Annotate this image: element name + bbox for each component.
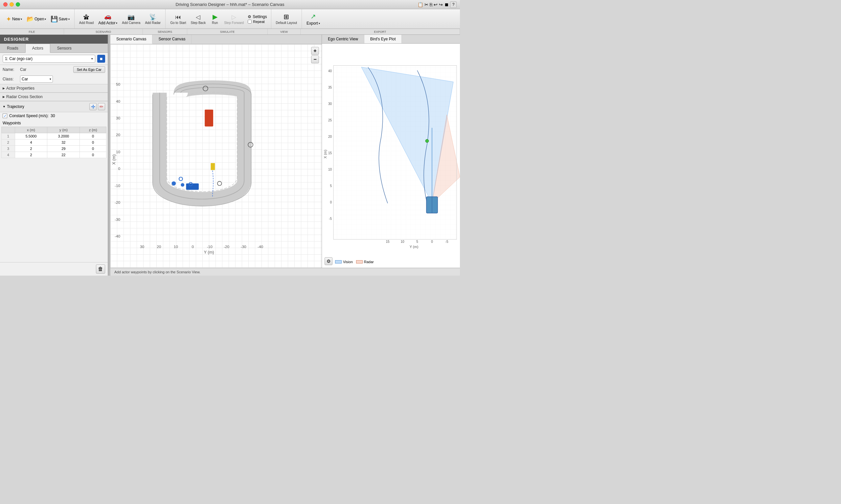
minimize-button[interactable] [10, 2, 14, 6]
traffic-lights[interactable] [3, 2, 20, 6]
svg-point-23 [181, 183, 184, 187]
svg-text:-10: -10 [115, 183, 120, 188]
waypoint-row-num: 3 [2, 146, 15, 152]
tab-birds-eye-plot[interactable]: Bird's Eye Plot [364, 35, 402, 43]
toolbar-icon-4[interactable]: ↩ [434, 2, 437, 7]
step-back-button[interactable]: Step Back [189, 12, 208, 26]
open-button[interactable]: Open ▾ [24, 15, 48, 23]
constant-speed-checkbox[interactable]: ✓ [3, 113, 7, 118]
waypoint-x[interactable]: 5.5000 [15, 133, 47, 140]
add-actor-button[interactable]: Add Actor ▾ [96, 12, 119, 25]
save-icon [51, 15, 58, 23]
file-group: New ▾ Open ▾ Save ▾ [1, 9, 74, 29]
waypoint-z[interactable]: 0 [80, 146, 106, 152]
class-row: Class: Car ▾ [0, 74, 108, 84]
right-side: Scenario Canvas Sensor Canvas + − [110, 35, 460, 276]
waypoint-y[interactable]: 3.2000 [47, 133, 80, 140]
svg-text:0: 0 [431, 240, 433, 244]
waypoint-x[interactable]: 2 [15, 152, 47, 158]
waypoint-y[interactable]: 22 [47, 152, 80, 158]
waypoint-z[interactable]: 0 [80, 133, 106, 140]
save-button[interactable]: Save ▾ [49, 15, 71, 23]
radar-triangle: ▶ [3, 95, 5, 98]
toolbar-icon-6[interactable]: ⏹ [444, 2, 449, 7]
settings-icon: ⚙ [248, 15, 251, 19]
tab-sensors[interactable]: Sensors [50, 43, 79, 53]
tab-ego-centric[interactable]: Ego Centric View [322, 35, 364, 43]
layout-icon [284, 13, 289, 20]
export-icon [310, 13, 316, 20]
svg-text:-20: -20 [115, 200, 120, 204]
waypoint-z[interactable]: 0 [80, 140, 106, 146]
toolbar-icon-3[interactable]: ⎘ [430, 2, 432, 7]
add-camera-button[interactable]: Add Camera [120, 12, 142, 26]
waypoint-row-num: 2 [2, 140, 15, 146]
scenario-label: SCENARIO [64, 29, 143, 34]
repeat-row[interactable]: Repeat [248, 20, 267, 24]
col-header-y: y (m) [47, 127, 80, 133]
tab-roads[interactable]: Roads [0, 43, 25, 53]
actor-dropdown[interactable]: 1: Car (ego car) ▾ [3, 55, 95, 63]
stepback-icon [196, 13, 201, 20]
run-button[interactable]: Run [208, 12, 221, 26]
svg-text:25: 25 [328, 119, 332, 122]
scenario-group: Add Road Add Actor ▾ Add Camera Add Rada… [74, 9, 166, 29]
actor-color-btn[interactable]: ■ [97, 55, 105, 63]
run-icon [212, 13, 218, 20]
waypoint-row-2[interactable]: 2 4 32 0 [2, 140, 106, 146]
step-forward-button[interactable]: Step Forward [222, 12, 246, 26]
waypoint-x[interactable]: 4 [15, 140, 47, 146]
toolbar-icon-2[interactable]: ✂ [425, 2, 428, 7]
svg-text:0: 0 [330, 200, 332, 204]
name-row: Name: Car Set As Ego Car [0, 65, 108, 74]
class-dropdown[interactable]: Car ▾ [20, 75, 53, 83]
radar-cross-section[interactable]: ▶ Radar Cross Section [0, 92, 108, 101]
svg-text:15: 15 [328, 151, 332, 155]
col-header-row [2, 127, 15, 133]
tab-scenario-canvas[interactable]: Scenario Canvas [110, 35, 152, 44]
radar-color [356, 260, 363, 264]
waypoint-x[interactable]: 2 [15, 146, 47, 152]
add-waypoint-button[interactable]: ✛ [89, 103, 97, 110]
goto-icon [175, 13, 181, 20]
tab-sensor-canvas[interactable]: Sensor Canvas [152, 35, 191, 44]
set-ego-car-button[interactable]: Set As Ego Car [73, 66, 105, 73]
close-button[interactable] [3, 2, 7, 6]
add-road-button[interactable]: Add Road [77, 12, 96, 26]
export-button[interactable]: Export ▾ [305, 12, 322, 26]
repeat-checkbox[interactable] [248, 20, 252, 24]
col-header-z: z (m) [80, 127, 106, 133]
maximize-button[interactable] [16, 2, 20, 6]
svg-text:35: 35 [328, 86, 332, 89]
toolbar-icon-1[interactable]: 📋 [417, 2, 423, 7]
panel-tabs: Roads Actors Sensors [0, 43, 108, 53]
waypoint-y[interactable]: 32 [47, 140, 80, 146]
scenario-canvas[interactable]: + − 50 40 30 20 10 0 -10 -20 -30 [110, 44, 322, 268]
add-radar-button[interactable]: Add Radar [143, 12, 162, 26]
toolbar-icon-5[interactable]: ↪ [439, 2, 443, 7]
stepfwd-icon [231, 13, 236, 20]
actor-properties-section[interactable]: ▶ Actor Properties [0, 84, 108, 92]
delete-button[interactable]: 🗑 [96, 265, 105, 274]
birds-eye-svg: 40 35 30 25 20 15 10 5 0 -5 15 10 5 [322, 43, 460, 268]
waypoint-row-3[interactable]: 3 2 29 0 [2, 146, 106, 152]
settings-row[interactable]: ⚙ Settings [248, 15, 267, 19]
birds-eye-content[interactable]: 40 35 30 25 20 15 10 5 0 -5 15 10 5 [322, 43, 460, 268]
waypoint-y[interactable]: 29 [47, 146, 80, 152]
new-button[interactable]: New ▾ [4, 15, 24, 23]
main-toolbar: New ▾ Open ▾ Save ▾ Add Road [0, 9, 460, 29]
waypoint-row-1[interactable]: 1 5.5000 3.2000 0 [2, 133, 106, 140]
radar-legend-item: Radar [356, 260, 374, 264]
birds-eye-settings-button[interactable]: ⚙ [325, 257, 332, 265]
help-button[interactable]: ? [450, 1, 457, 8]
default-layout-button[interactable]: Default Layout [274, 12, 299, 26]
tab-actors[interactable]: Actors [25, 43, 50, 53]
waypoint-row-4[interactable]: 4 2 22 0 [2, 152, 106, 158]
edit-waypoint-button[interactable]: ✏ [98, 103, 105, 110]
trajectory-section: ▼ Trajectory ✛ ✏ [0, 101, 108, 112]
goto-start-button[interactable]: Go to Start [168, 12, 188, 26]
svg-rect-29 [210, 163, 215, 170]
svg-point-22 [171, 181, 176, 186]
waypoint-z[interactable]: 0 [80, 152, 106, 158]
left-panel: DESIGNER Roads Actors Sensors 1: Car (eg… [0, 35, 108, 276]
